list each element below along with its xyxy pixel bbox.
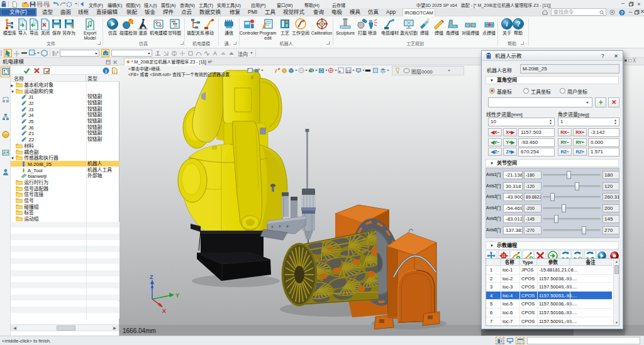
svg-text:i: i <box>105 68 106 74</box>
svg-text:?: ? <box>621 10 623 14</box>
svg-text:X: X <box>162 308 166 314</box>
svg-text:Z: Z <box>150 274 153 280</box>
svg-text:?: ? <box>516 20 521 28</box>
svg-text:Y: Y <box>175 292 179 298</box>
